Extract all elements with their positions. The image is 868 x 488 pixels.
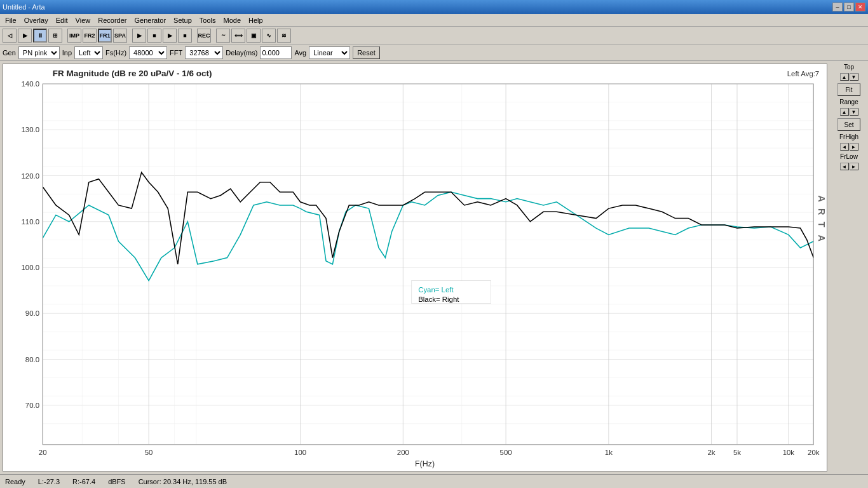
chart-container: 140.0 130.0 120.0 110.0 100.0 90.0 80.0 … bbox=[3, 64, 827, 471]
svg-text:Black= Right: Black= Right bbox=[418, 295, 459, 303]
menu-item-help[interactable]: Help bbox=[245, 15, 267, 25]
toolbar-btn-btn17[interactable]: ≋ bbox=[277, 29, 291, 43]
svg-text:T: T bbox=[817, 222, 827, 227]
fit-button[interactable]: Fit bbox=[837, 83, 860, 96]
svg-text:80.0: 80.0 bbox=[25, 356, 39, 363]
svg-text:70.0: 70.0 bbox=[25, 402, 39, 409]
frlow-right-arrow[interactable]: ► bbox=[850, 163, 858, 170]
genbar: Gen PN pink Inp Left Fs(Hz) 48000 FFT 32… bbox=[0, 44, 868, 61]
frhigh-right-arrow[interactable]: ► bbox=[850, 143, 858, 151]
reset-button[interactable]: Reset bbox=[353, 46, 380, 59]
minimize-button[interactable]: – bbox=[832, 3, 843, 11]
gen-label: Gen bbox=[3, 49, 16, 57]
fs-select[interactable]: 48000 bbox=[129, 46, 167, 59]
svg-text:120.0: 120.0 bbox=[22, 172, 39, 180]
frlow-left-arrow[interactable]: ◄ bbox=[840, 163, 849, 170]
toolbar-btn-play[interactable]: ▶ bbox=[18, 29, 32, 43]
svg-text:A: A bbox=[817, 195, 827, 202]
fft-label: FFT bbox=[170, 49, 182, 57]
delay-input[interactable] bbox=[260, 46, 292, 59]
gen-select[interactable]: PN pink bbox=[18, 46, 60, 59]
toolbar-btn-play2[interactable]: ▶ bbox=[132, 29, 146, 43]
svg-text:Left  Avg:7: Left Avg:7 bbox=[787, 70, 819, 78]
right-panel: Top ▲ ▼ Fit Range ▲ ▼ Set FrHigh ◄ ► FrL… bbox=[830, 61, 868, 474]
menu-item-setup[interactable]: Setup bbox=[170, 15, 196, 25]
menu-item-mode[interactable]: Mode bbox=[219, 15, 245, 25]
svg-text:50: 50 bbox=[145, 449, 153, 456]
svg-text:100.0: 100.0 bbox=[22, 264, 39, 271]
toolbar: ◁▶⏸⊞IMPFR2FR1SPA▶■▶■REC～⟺▣∿≋ bbox=[0, 27, 868, 44]
status-left: L:-27.3 bbox=[38, 478, 60, 485]
toolbar-btn-spa[interactable]: SPA bbox=[113, 29, 127, 43]
toolbar-btn-btn15[interactable]: ▣ bbox=[247, 29, 261, 43]
svg-text:100: 100 bbox=[294, 449, 306, 456]
inp-select[interactable]: Left bbox=[74, 46, 103, 59]
menu-item-view[interactable]: View bbox=[72, 15, 95, 25]
menu-item-edit[interactable]: Edit bbox=[52, 15, 72, 25]
toolbar-btn-pause[interactable]: ⏸ bbox=[33, 29, 47, 43]
svg-text:A: A bbox=[817, 234, 827, 241]
toolbar-btn-play3[interactable]: ▶ bbox=[163, 29, 177, 43]
frhigh-left-arrow[interactable]: ◄ bbox=[840, 143, 849, 151]
toolbar-btn-wave[interactable]: ～ bbox=[216, 29, 230, 43]
cursor-text: Cursor: 20.34 Hz, 119.55 dB bbox=[139, 478, 227, 485]
menu-item-file[interactable]: File bbox=[1, 15, 20, 25]
svg-text:10k: 10k bbox=[783, 449, 795, 456]
toolbar-btn-stop2[interactable]: ■ bbox=[178, 29, 192, 43]
toolbar-btn-stop[interactable]: ■ bbox=[147, 29, 161, 43]
menu-item-generator[interactable]: Generator bbox=[131, 15, 170, 25]
toolbar-btn-fr2[interactable]: FR2 bbox=[83, 29, 97, 43]
toolbar-btn-grid[interactable]: ⊞ bbox=[48, 29, 62, 43]
titlebar-title: Untitled - Arta bbox=[3, 3, 45, 11]
top-label: Top bbox=[844, 64, 854, 71]
status-ready: Ready bbox=[5, 478, 25, 485]
toolbar-btn-fr1[interactable]: FR1 bbox=[98, 29, 112, 43]
frhigh-arrows: ◄ ► bbox=[840, 143, 858, 151]
main-area: 140.0 130.0 120.0 110.0 100.0 90.0 80.0 … bbox=[0, 61, 868, 474]
toolbar-btn-btn16[interactable]: ∿ bbox=[262, 29, 276, 43]
range-up-arrow[interactable]: ▲ bbox=[840, 108, 849, 116]
menu-item-tools[interactable]: Tools bbox=[196, 15, 220, 25]
menu-item-overlay[interactable]: Overlay bbox=[20, 15, 52, 25]
inp-label: Inp bbox=[62, 49, 72, 57]
avg-select[interactable]: Linear bbox=[309, 46, 350, 59]
range-down-arrow[interactable]: ▼ bbox=[850, 108, 858, 116]
svg-text:500: 500 bbox=[500, 449, 512, 456]
svg-text:R: R bbox=[817, 208, 827, 215]
toolbar-btn-btn14[interactable]: ⟺ bbox=[231, 29, 245, 43]
close-button[interactable]: ✕ bbox=[855, 3, 865, 11]
frlow-arrows: ◄ ► bbox=[840, 163, 858, 170]
svg-text:130.0: 130.0 bbox=[22, 126, 39, 133]
fs-label: Fs(Hz) bbox=[105, 49, 126, 57]
svg-text:90.0: 90.0 bbox=[25, 309, 39, 317]
range-label: Range bbox=[839, 98, 858, 105]
svg-text:5k: 5k bbox=[733, 449, 741, 456]
svg-text:1k: 1k bbox=[605, 449, 613, 456]
menu-item-recorder[interactable]: Recorder bbox=[94, 15, 130, 25]
frlow-label: FrLow bbox=[840, 153, 858, 160]
titlebar: Untitled - Arta – □ ✕ bbox=[0, 0, 868, 14]
svg-text:20k: 20k bbox=[808, 449, 820, 456]
statusbar: Ready L:-27.3 R:-67.4 dBFS Cursor: 20.34… bbox=[0, 474, 868, 488]
set-button[interactable]: Set bbox=[837, 118, 860, 131]
svg-text:110.0: 110.0 bbox=[22, 218, 39, 226]
top-up-arrow[interactable]: ▲ bbox=[840, 73, 849, 81]
fft-select[interactable]: 32768 bbox=[185, 46, 223, 59]
frhigh-label: FrHigh bbox=[839, 133, 858, 140]
top-down-arrow[interactable]: ▼ bbox=[850, 73, 858, 81]
delay-label: Delay(ms) bbox=[226, 49, 257, 57]
toolbar-btn-arrow[interactable]: ◁ bbox=[3, 29, 17, 43]
svg-text:FR Magnitude (dB re 20 uPa/V -: FR Magnitude (dB re 20 uPa/V - 1/6 oct) bbox=[53, 69, 212, 78]
chart-svg: 140.0 130.0 120.0 110.0 100.0 90.0 80.0 … bbox=[3, 64, 827, 471]
status-unit: dBFS bbox=[108, 478, 126, 485]
toolbar-btn-rec[interactable]: REC bbox=[197, 29, 211, 43]
svg-text:Cyan= Left: Cyan= Left bbox=[418, 286, 454, 294]
maximize-button[interactable]: □ bbox=[844, 3, 854, 11]
range-arrows: ▲ ▼ bbox=[840, 108, 858, 116]
avg-label: Avg bbox=[294, 49, 306, 57]
svg-text:200: 200 bbox=[397, 449, 409, 456]
titlebar-buttons: – □ ✕ bbox=[832, 3, 865, 11]
svg-text:140.0: 140.0 bbox=[22, 80, 39, 88]
toolbar-btn-imp[interactable]: IMP bbox=[67, 29, 81, 43]
svg-text:20: 20 bbox=[39, 449, 47, 456]
